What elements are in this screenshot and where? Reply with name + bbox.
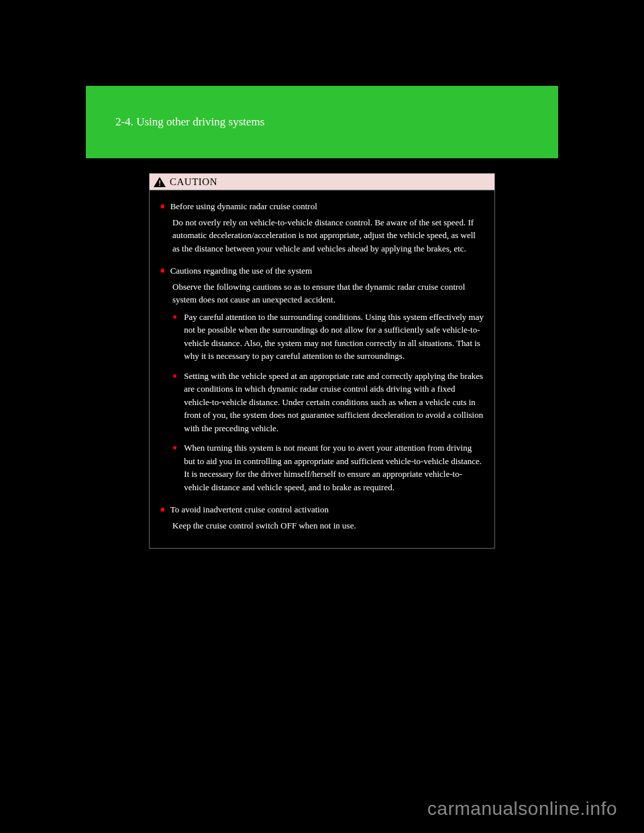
section-body-text: Do not overly rely on vehicle-to-vehicle…: [160, 216, 484, 256]
bullet-item: ● When turning this system is not meant …: [160, 441, 484, 494]
caution-title: CAUTION: [170, 176, 217, 188]
caution-section: ■ Before using dynamic radar cruise cont…: [160, 200, 484, 255]
section-heading-row: ■ Cautions regarding the use of the syst…: [160, 264, 484, 278]
square-bullet-icon: ■: [160, 266, 165, 275]
bullet-text: Setting with the vehicle speed at an app…: [184, 370, 484, 435]
section-body-text: Keep the cruise control switch OFF when …: [160, 519, 484, 533]
square-bullet-icon: ■: [160, 504, 165, 514]
caution-box: ! CAUTION ■ Before using dynamic radar c…: [149, 173, 495, 549]
section-header-text: 2-4. Using other driving systems: [115, 115, 264, 129]
bullet-item: ● Setting with the vehicle speed at an a…: [160, 370, 484, 435]
page: 2-4. Using other driving systems 220 ! C…: [0, 0, 644, 833]
caution-section: ■ To avoid inadvertent cruise control ac…: [160, 503, 484, 532]
bullet-text: Pay careful attention to the surrounding…: [184, 311, 484, 363]
caution-header: ! CAUTION: [149, 173, 495, 190]
watermark-text: carmanualsonline.info: [427, 798, 617, 820]
svg-text:!: !: [158, 179, 161, 187]
bullet-item: ● Pay careful attention to the surroundi…: [160, 311, 484, 363]
section-body-text: Observe the following cautions so as to …: [160, 280, 484, 307]
section-title: Before using dynamic radar cruise contro…: [170, 200, 317, 213]
dot-bullet-icon: ●: [172, 370, 177, 382]
section-title: Cautions regarding the use of the system: [170, 264, 313, 278]
square-bullet-icon: ■: [160, 201, 165, 211]
section-heading-row: ■ To avoid inadvertent cruise control ac…: [160, 503, 484, 516]
caution-body: ■ Before using dynamic radar cruise cont…: [149, 190, 495, 549]
dot-bullet-icon: ●: [172, 311, 177, 323]
dot-bullet-icon: ●: [172, 442, 177, 453]
warning-icon: !: [154, 177, 166, 187]
section-heading-row: ■ Before using dynamic radar cruise cont…: [160, 200, 484, 213]
caution-section: ■ Cautions regarding the use of the syst…: [160, 264, 484, 494]
section-title: To avoid inadvertent cruise control acti…: [170, 503, 329, 516]
section-header-bar: 2-4. Using other driving systems: [86, 86, 558, 158]
bullet-text: When turning this system is not meant fo…: [184, 441, 484, 494]
